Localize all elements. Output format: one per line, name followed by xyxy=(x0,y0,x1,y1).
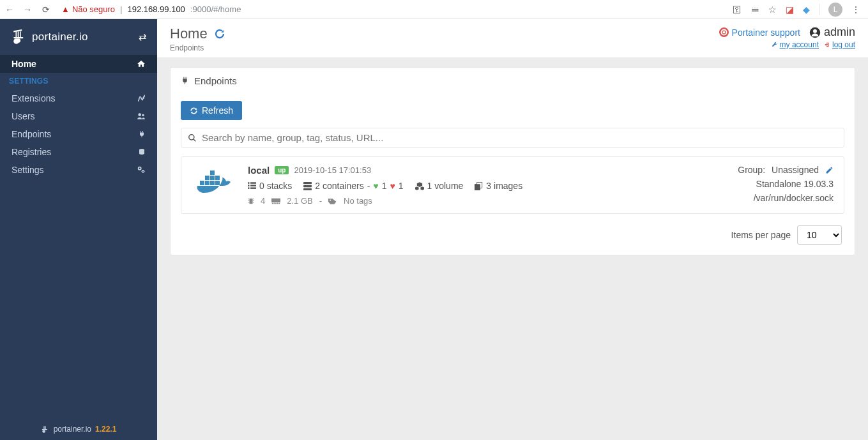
svg-rect-25 xyxy=(183,77,184,79)
sidebar-item-users[interactable]: Users xyxy=(0,107,157,125)
sidebar-item-endpoints[interactable]: Endpoints xyxy=(0,125,157,143)
back-icon[interactable]: ← xyxy=(5,4,14,15)
key-icon[interactable]: ⚿ xyxy=(733,4,742,15)
refresh-label: Refresh xyxy=(202,105,233,116)
group-label: Group: xyxy=(738,165,765,175)
diamond-icon[interactable]: ◆ xyxy=(803,4,810,15)
sidebar-item-registries[interactable]: Registries xyxy=(0,143,157,161)
sidebar-item-settings[interactable]: Settings xyxy=(0,161,157,179)
home-icon xyxy=(137,59,146,68)
translate-icon[interactable]: ⩸ xyxy=(750,4,759,15)
memory-icon xyxy=(271,198,280,204)
stat-volumes: 1 volume xyxy=(415,181,464,191)
page-title: Home xyxy=(170,26,208,42)
database-icon xyxy=(138,148,146,156)
support-link[interactable]: Portainer support xyxy=(719,27,800,38)
page-refresh-icon[interactable] xyxy=(214,28,225,40)
sidebar-item-label: Endpoints xyxy=(11,129,51,139)
svg-rect-16 xyxy=(42,429,47,430)
svg-rect-32 xyxy=(210,181,215,185)
stat-images: 3 images xyxy=(475,181,522,191)
svg-point-20 xyxy=(42,430,45,433)
svg-rect-58 xyxy=(271,198,280,202)
kebab-menu-icon[interactable]: ⋮ xyxy=(851,4,860,15)
insecure-label: Não seguro xyxy=(72,4,115,14)
svg-rect-9 xyxy=(142,131,143,133)
separator: | xyxy=(120,4,122,14)
svg-point-13 xyxy=(139,168,141,169)
svg-point-15 xyxy=(142,171,144,172)
sidebar-item-label: Settings xyxy=(11,165,44,175)
endpoint-name: local xyxy=(248,165,270,176)
svg-rect-35 xyxy=(210,176,215,180)
items-per-page-select[interactable]: 10 xyxy=(797,225,842,245)
svg-rect-45 xyxy=(303,185,312,186)
svg-rect-31 xyxy=(205,181,209,185)
svg-rect-37 xyxy=(210,171,215,175)
extension-icon[interactable]: ◪ xyxy=(786,4,794,15)
sidebar-item-home[interactable]: Home xyxy=(0,55,157,73)
healthy-count: 1 xyxy=(382,181,387,191)
svg-point-28 xyxy=(189,134,194,139)
main: Home Endpoints Portainer support xyxy=(157,19,868,440)
svg-point-64 xyxy=(330,199,331,201)
current-user: admin xyxy=(809,26,855,39)
svg-line-29 xyxy=(194,139,196,141)
memory-value: 2.1 GB xyxy=(287,196,312,206)
stat-stacks: 0 stacks xyxy=(248,181,292,191)
sidebar-section-settings: SETTINGS xyxy=(0,73,157,89)
server-icon xyxy=(303,182,312,190)
warning-icon: ▲ xyxy=(61,4,70,14)
svg-rect-30 xyxy=(200,181,204,185)
svg-rect-0 xyxy=(13,37,23,38)
search-input[interactable] xyxy=(202,132,837,143)
footer-brand: portainer.io xyxy=(54,425,91,434)
sidebar-toggle-icon[interactable]: ⇄ xyxy=(139,31,147,43)
logout-link[interactable]: log out xyxy=(824,40,855,49)
microchip-icon xyxy=(248,197,254,205)
reload-icon[interactable]: ⟳ xyxy=(42,4,50,15)
svg-point-5 xyxy=(17,38,20,42)
endpoint-item[interactable]: local up 2019-10-15 17:01:53 0 stacks xyxy=(181,156,844,214)
my-account-link[interactable]: my account xyxy=(772,40,819,49)
svg-rect-39 xyxy=(250,182,256,183)
page-subtitle: Endpoints xyxy=(170,43,225,52)
browser-toolbar: ← → ⟳ ▲ Não seguro | 192.168.99.100:9000… xyxy=(0,0,868,19)
user-icon xyxy=(809,27,821,38)
edit-icon[interactable] xyxy=(825,166,834,174)
status-badge: up xyxy=(275,166,289,174)
svg-rect-26 xyxy=(186,77,187,79)
search-wrapper xyxy=(181,128,844,148)
items-per-page-label: Items per page xyxy=(731,230,791,240)
svg-point-6 xyxy=(138,113,141,116)
star-icon[interactable]: ☆ xyxy=(768,4,777,15)
profile-avatar[interactable]: L xyxy=(828,3,842,17)
sidebar-footer: portainer.io 1.22.1 xyxy=(0,425,157,434)
images-label: 3 images xyxy=(486,181,522,191)
sidebar-item-extensions[interactable]: Extensions 🗲 xyxy=(0,89,157,107)
stacks-label: 0 stacks xyxy=(259,181,292,191)
unhealthy-count: 1 xyxy=(399,181,404,191)
url-path: :9000/#/home xyxy=(190,4,241,14)
pagination: Items per page 10 xyxy=(181,225,844,245)
svg-rect-50 xyxy=(475,184,480,190)
svg-rect-62 xyxy=(277,202,278,204)
refresh-button[interactable]: Refresh xyxy=(181,101,242,120)
svg-rect-10 xyxy=(142,136,142,138)
brand-text: portainer.io xyxy=(32,31,88,43)
brand[interactable]: portainer.io ⇄ xyxy=(0,19,157,55)
svg-rect-17 xyxy=(43,426,43,429)
svg-rect-18 xyxy=(44,426,45,429)
wrench-icon xyxy=(772,42,778,48)
plug-icon xyxy=(181,76,189,86)
forward-icon[interactable]: → xyxy=(23,4,32,15)
divider xyxy=(819,4,819,15)
plug-icon xyxy=(138,130,146,139)
svg-rect-60 xyxy=(274,202,275,204)
volumes-label: 1 volume xyxy=(427,181,464,191)
svg-rect-33 xyxy=(215,181,220,185)
sidebar-item-label: Registries xyxy=(11,147,51,157)
endpoint-mode: Standalone 19.03.3 xyxy=(738,179,834,189)
address-bar[interactable]: ▲ Não seguro | 192.168.99.100:9000/#/hom… xyxy=(57,4,725,14)
cubes-icon xyxy=(415,182,424,190)
